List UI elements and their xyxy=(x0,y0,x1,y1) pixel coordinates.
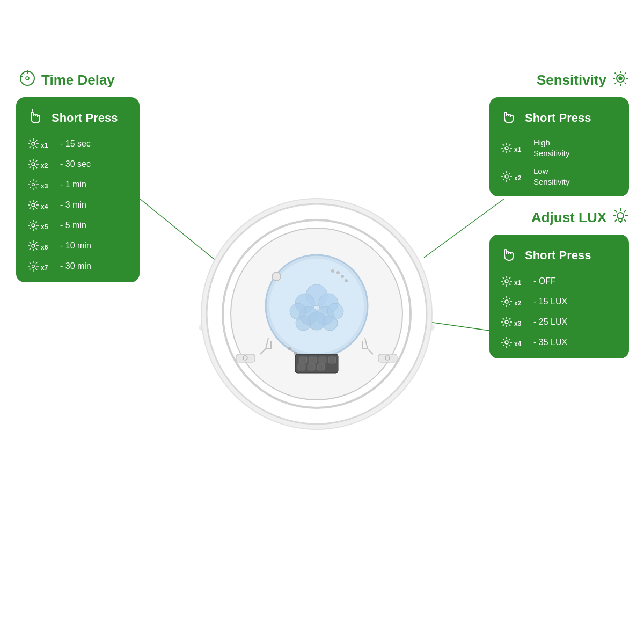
svg-line-169 xyxy=(503,318,504,320)
svg-line-61 xyxy=(30,248,31,250)
svg-line-32 xyxy=(35,187,37,188)
hand-icon-time xyxy=(27,107,45,129)
svg-point-62 xyxy=(32,244,35,247)
lux-row-3: x3 - 25 LUX xyxy=(500,316,618,328)
lux-card-header: Short Press xyxy=(500,244,618,266)
time-row-1: x1 - 15 sec xyxy=(27,137,129,150)
subscript-x1-sens: x1 xyxy=(514,146,521,153)
sens-label-1: HighSensitivity xyxy=(533,137,570,158)
time-label-6: - 10 min xyxy=(60,241,91,251)
svg-line-152 xyxy=(509,283,510,285)
svg-line-144 xyxy=(624,219,626,222)
svg-line-33 xyxy=(35,181,37,182)
lux-label-4: - 35 LUX xyxy=(533,338,567,347)
svg-line-136 xyxy=(503,179,504,180)
subscript-x2-lux: x2 xyxy=(514,299,521,307)
burst-x2: x2 xyxy=(27,158,55,171)
svg-line-171 xyxy=(509,318,510,320)
svg-point-137 xyxy=(505,175,508,178)
svg-line-116 xyxy=(625,83,626,84)
svg-line-125 xyxy=(509,150,510,152)
svg-point-35 xyxy=(32,184,35,186)
sensitivity-header: Sensitivity xyxy=(489,70,629,91)
svg-point-4 xyxy=(26,77,29,80)
subscript-x3-lux: x3 xyxy=(514,320,521,327)
svg-line-134 xyxy=(509,179,510,180)
svg-point-91 xyxy=(336,271,340,274)
svg-point-128 xyxy=(505,147,508,150)
svg-line-162 xyxy=(509,298,510,299)
sensitivity-title: Sensitivity xyxy=(537,72,606,89)
burst-x4: x4 xyxy=(27,199,55,211)
svg-line-115 xyxy=(615,73,617,75)
subscript-x3-time: x3 xyxy=(41,182,48,190)
svg-line-180 xyxy=(509,339,510,340)
burst-sens-x2: x2 xyxy=(500,170,528,183)
lux-row-2: x2 - 15 LUX xyxy=(500,295,618,308)
svg-point-93 xyxy=(345,279,348,282)
lux-title: Adjust LUX xyxy=(531,209,606,226)
sensitivity-card-header: Short Press xyxy=(500,107,618,129)
lux-label-2: - 15 LUX xyxy=(533,297,567,306)
hand-icon-lux xyxy=(500,244,518,266)
svg-line-161 xyxy=(509,304,510,305)
svg-line-49 xyxy=(30,222,31,223)
svg-line-126 xyxy=(509,144,510,145)
svg-line-41 xyxy=(35,207,37,209)
svg-line-124 xyxy=(503,144,504,145)
svg-line-59 xyxy=(35,248,37,250)
svg-line-58 xyxy=(30,242,31,244)
svg-line-40 xyxy=(30,201,31,203)
time-label-4: - 3 min xyxy=(60,200,86,210)
svg-line-51 xyxy=(35,222,37,223)
time-label-7: - 30 min xyxy=(60,261,91,271)
lux-label-3: - 25 LUX xyxy=(533,317,567,327)
svg-line-43 xyxy=(30,207,31,209)
time-row-7: x7 - 30 min xyxy=(27,260,129,273)
burst-x1: x1 xyxy=(27,137,55,150)
svg-line-52 xyxy=(30,228,31,229)
svg-line-153 xyxy=(509,277,510,279)
time-delay-section: Time Delay Short Press xyxy=(16,70,140,282)
time-delay-card-header: Short Press xyxy=(27,107,129,129)
page-container: Time Delay Short Press xyxy=(0,0,644,644)
svg-rect-104 xyxy=(308,364,315,370)
time-row-4: x4 - 3 min xyxy=(27,199,129,211)
svg-rect-99 xyxy=(299,357,307,363)
svg-point-87 xyxy=(296,316,311,331)
svg-line-160 xyxy=(503,298,504,299)
svg-point-26 xyxy=(32,163,35,166)
svg-line-172 xyxy=(503,324,504,326)
right-section: Sensitivity xyxy=(489,70,629,358)
lux-icon xyxy=(612,207,629,228)
sensitivity-card-title: Short Press xyxy=(525,111,591,125)
svg-point-155 xyxy=(505,280,508,283)
svg-line-34 xyxy=(30,187,31,188)
svg-rect-102 xyxy=(328,357,336,363)
svg-line-127 xyxy=(503,150,504,152)
svg-line-178 xyxy=(503,339,504,340)
svg-line-135 xyxy=(509,172,510,174)
time-label-1: - 15 sec xyxy=(60,139,91,149)
svg-line-16 xyxy=(30,146,31,148)
svg-line-145 xyxy=(624,210,626,213)
svg-line-69 xyxy=(35,262,37,264)
subscript-x4-time: x4 xyxy=(41,203,48,210)
time-label-2: - 30 sec xyxy=(60,159,91,169)
svg-rect-101 xyxy=(319,357,326,363)
time-label-5: - 5 min xyxy=(60,221,86,230)
svg-line-60 xyxy=(35,242,37,244)
svg-line-163 xyxy=(503,304,504,305)
svg-line-179 xyxy=(509,345,510,346)
svg-line-50 xyxy=(35,228,37,229)
burst-sens-x1: x1 xyxy=(500,142,528,155)
burst-lux-x1: x1 xyxy=(500,275,528,288)
svg-line-154 xyxy=(503,283,504,285)
svg-rect-103 xyxy=(298,364,305,370)
svg-rect-107 xyxy=(378,354,397,362)
burst-x5: x5 xyxy=(27,219,55,232)
svg-line-151 xyxy=(503,277,504,279)
svg-point-88 xyxy=(323,316,338,331)
svg-line-170 xyxy=(509,324,510,326)
svg-line-15 xyxy=(35,140,37,142)
